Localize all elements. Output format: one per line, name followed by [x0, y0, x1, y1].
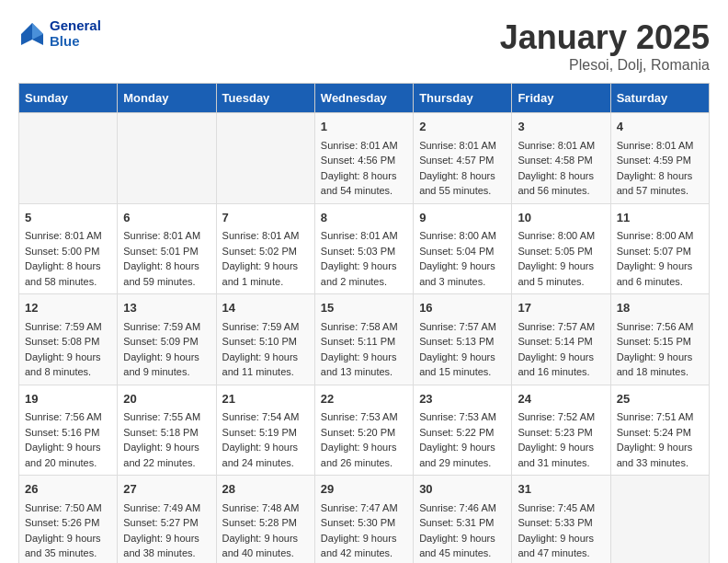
day-info-line: Sunset: 5:23 PM: [518, 425, 604, 441]
calendar-cell: 30Sunrise: 7:46 AMSunset: 5:31 PMDayligh…: [414, 476, 512, 564]
day-info-line: Daylight: 9 hours: [222, 531, 309, 546]
day-info-line: Sunrise: 7:50 AM: [25, 500, 111, 516]
day-info-line: Sunrise: 7:59 AM: [123, 319, 210, 335]
weekday-header-sunday: Sunday: [19, 84, 118, 113]
day-info-line: and 42 minutes.: [321, 546, 407, 561]
day-number: 1: [321, 118, 407, 136]
weekday-header-friday: Friday: [512, 84, 610, 113]
calendar-cell: 18Sunrise: 7:56 AMSunset: 5:15 PMDayligh…: [610, 294, 709, 385]
calendar-cell: 13Sunrise: 7:59 AMSunset: 5:09 PMDayligh…: [118, 294, 216, 385]
day-info-line: Sunrise: 7:49 AM: [123, 500, 210, 516]
day-info-line: Daylight: 8 hours: [419, 168, 506, 184]
day-info-line: Sunset: 5:09 PM: [123, 334, 210, 350]
day-info-line: Sunrise: 7:45 AM: [518, 500, 604, 516]
calendar-cell: 7Sunrise: 8:01 AMSunset: 5:02 PMDaylight…: [216, 203, 314, 294]
weekday-header-monday: Monday: [118, 84, 216, 113]
day-info-line: Daylight: 9 hours: [321, 531, 407, 546]
day-info-line: and 47 minutes.: [518, 546, 604, 561]
day-info-line: Daylight: 9 hours: [25, 531, 111, 546]
day-info-line: and 26 minutes.: [321, 455, 407, 471]
day-info-line: Sunset: 5:24 PM: [617, 425, 703, 441]
calendar-cell: 16Sunrise: 7:57 AMSunset: 5:13 PMDayligh…: [414, 294, 512, 385]
day-info-line: Sunrise: 7:59 AM: [222, 319, 309, 335]
day-info-line: Sunrise: 7:46 AM: [419, 500, 506, 516]
day-info-line: Sunrise: 7:57 AM: [419, 319, 506, 335]
day-info-line: Sunrise: 7:58 AM: [321, 319, 407, 335]
day-info-line: Sunset: 5:02 PM: [222, 244, 309, 259]
day-number: 14: [222, 299, 309, 317]
day-number: 19: [25, 390, 111, 408]
day-info-line: and 16 minutes.: [518, 364, 604, 380]
day-number: 15: [321, 299, 407, 317]
day-info-line: Daylight: 9 hours: [123, 440, 210, 455]
calendar-cell: 29Sunrise: 7:47 AMSunset: 5:30 PMDayligh…: [314, 476, 413, 564]
day-info-line: Sunset: 5:20 PM: [321, 425, 407, 441]
day-number: 8: [321, 209, 407, 227]
day-info-line: Sunset: 4:59 PM: [617, 153, 703, 168]
day-info-line: Sunset: 4:57 PM: [419, 153, 506, 168]
day-info-line: Daylight: 9 hours: [518, 440, 604, 455]
logo-text-blue: Blue: [50, 34, 101, 50]
day-number: 20: [123, 390, 210, 408]
day-info-line: Daylight: 9 hours: [25, 350, 111, 365]
day-info-line: Daylight: 9 hours: [123, 350, 210, 365]
calendar-cell: 11Sunrise: 8:00 AMSunset: 5:07 PMDayligh…: [610, 203, 709, 294]
day-info-line: Sunset: 5:03 PM: [321, 244, 407, 259]
day-info-line: and 31 minutes.: [518, 455, 604, 471]
calendar-cell: 10Sunrise: 8:00 AMSunset: 5:05 PMDayligh…: [512, 203, 610, 294]
day-info-line: and 20 minutes.: [25, 455, 111, 471]
calendar-week-row: 12Sunrise: 7:59 AMSunset: 5:08 PMDayligh…: [19, 294, 710, 385]
day-info-line: and 1 minute.: [222, 274, 309, 290]
month-title: January 2025: [500, 18, 710, 57]
weekday-header-row: SundayMondayTuesdayWednesdayThursdayFrid…: [19, 84, 710, 113]
day-number: 17: [518, 299, 604, 317]
calendar-cell: 31Sunrise: 7:45 AMSunset: 5:33 PMDayligh…: [512, 476, 610, 564]
calendar-cell: 21Sunrise: 7:54 AMSunset: 5:19 PMDayligh…: [216, 385, 314, 476]
calendar-table: SundayMondayTuesdayWednesdayThursdayFrid…: [18, 83, 710, 563]
calendar-cell: 23Sunrise: 7:53 AMSunset: 5:22 PMDayligh…: [414, 385, 512, 476]
day-info-line: Daylight: 8 hours: [25, 259, 111, 274]
day-info-line: Sunrise: 7:56 AM: [617, 319, 703, 335]
day-info-line: Sunset: 5:11 PM: [321, 334, 407, 350]
day-number: 24: [518, 390, 604, 408]
day-info-line: Sunset: 5:19 PM: [222, 425, 309, 441]
day-info-line: Sunset: 5:00 PM: [25, 244, 111, 259]
title-block: January 2025 Plesoi, Dolj, Romania: [500, 18, 710, 74]
day-info-line: and 22 minutes.: [123, 455, 210, 471]
day-number: 10: [518, 209, 604, 227]
day-info-line: Sunset: 5:01 PM: [123, 244, 210, 259]
day-info-line: and 5 minutes.: [518, 274, 604, 290]
day-info-line: Sunrise: 7:52 AM: [518, 409, 604, 425]
calendar-cell: 22Sunrise: 7:53 AMSunset: 5:20 PMDayligh…: [314, 385, 413, 476]
day-info-line: Sunset: 5:31 PM: [419, 515, 506, 531]
day-number: 18: [617, 299, 703, 317]
day-info-line: and 58 minutes.: [25, 274, 111, 290]
calendar-cell: 5Sunrise: 8:01 AMSunset: 5:00 PMDaylight…: [19, 203, 118, 294]
weekday-header-wednesday: Wednesday: [314, 84, 413, 113]
day-info-line: Sunrise: 8:01 AM: [518, 138, 604, 154]
day-number: 4: [617, 118, 703, 136]
day-info-line: Sunrise: 7:54 AM: [222, 409, 309, 425]
day-info-line: Sunrise: 8:01 AM: [419, 138, 506, 154]
day-info-line: and 9 minutes.: [123, 364, 210, 380]
calendar-cell: [610, 476, 709, 564]
location-subtitle: Plesoi, Dolj, Romania: [500, 57, 710, 74]
day-info-line: Sunrise: 8:00 AM: [518, 228, 604, 244]
day-info-line: Sunset: 5:14 PM: [518, 334, 604, 350]
day-info-line: Sunrise: 7:48 AM: [222, 500, 309, 516]
calendar-week-row: 26Sunrise: 7:50 AMSunset: 5:26 PMDayligh…: [19, 476, 710, 564]
day-number: 23: [419, 390, 506, 408]
day-info-line: Sunset: 5:27 PM: [123, 515, 210, 531]
day-number: 26: [25, 480, 111, 499]
day-info-line: Sunset: 5:05 PM: [518, 244, 604, 259]
day-info-line: and 55 minutes.: [419, 183, 506, 199]
day-info-line: and 59 minutes.: [123, 274, 210, 290]
day-info-line: Daylight: 9 hours: [617, 259, 703, 274]
calendar-week-row: 1Sunrise: 8:01 AMSunset: 4:56 PMDaylight…: [19, 113, 710, 204]
day-info-line: Daylight: 9 hours: [518, 350, 604, 365]
day-info-line: Sunrise: 7:47 AM: [321, 500, 407, 516]
day-info-line: and 57 minutes.: [617, 183, 703, 199]
day-info-line: Sunrise: 8:01 AM: [321, 138, 407, 154]
calendar-cell: [118, 113, 216, 204]
calendar-cell: 3Sunrise: 8:01 AMSunset: 4:58 PMDaylight…: [512, 113, 610, 204]
